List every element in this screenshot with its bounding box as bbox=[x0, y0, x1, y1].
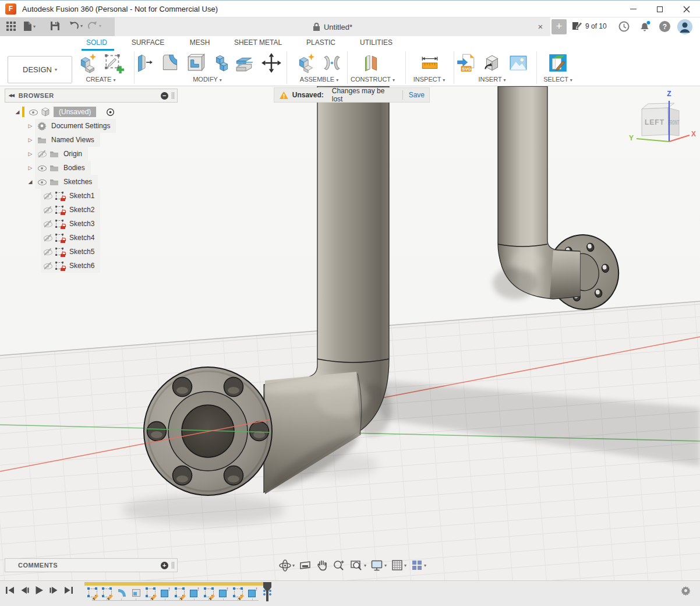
tab-close-button[interactable]: × bbox=[534, 20, 547, 33]
tree-row-chip[interactable]: Sketch3 bbox=[41, 217, 100, 231]
timeline-feature-item[interactable] bbox=[86, 587, 99, 598]
visibility-eye-icon[interactable] bbox=[43, 261, 52, 270]
timeline-feature-item[interactable] bbox=[246, 587, 259, 598]
tree-row-chip[interactable]: Sketches bbox=[35, 175, 98, 189]
timeline-position-marker[interactable] bbox=[262, 582, 273, 603]
fillet-button[interactable] bbox=[158, 51, 182, 75]
insert-mesh-button[interactable] bbox=[480, 51, 504, 75]
zoom-button[interactable] bbox=[333, 559, 346, 572]
play-button[interactable] bbox=[35, 586, 44, 595]
close-button[interactable] bbox=[673, 1, 700, 17]
file-menu-button[interactable]: ▾ bbox=[23, 21, 36, 31]
workspace-selector[interactable]: DESIGN ▾ bbox=[8, 56, 72, 83]
tree-row-chip[interactable]: Sketch2 bbox=[41, 203, 100, 217]
group-label-insert[interactable]: INSERT ▾ bbox=[457, 76, 527, 83]
timeline-feature-item[interactable] bbox=[174, 587, 186, 598]
visibility-eye-icon[interactable] bbox=[29, 107, 38, 117]
group-label-modify[interactable]: MODIFY ▾ bbox=[172, 76, 242, 83]
expander-icon[interactable]: ▷ bbox=[26, 121, 35, 131]
document-tab[interactable]: Untitled* × bbox=[115, 17, 550, 36]
undo-button[interactable]: ▾ bbox=[69, 21, 83, 30]
tree-row-chip[interactable]: Sketch4 bbox=[41, 231, 100, 245]
group-label-create[interactable]: CREATE ▾ bbox=[66, 76, 136, 83]
browser-tree-row[interactable]: ▷ bbox=[5, 119, 179, 133]
browser-panel-header[interactable]: ◀◀ BROWSER − bbox=[5, 89, 178, 103]
browser-tree-row[interactable]: Sketch1 bbox=[5, 189, 179, 203]
data-panel-button[interactable] bbox=[6, 21, 16, 31]
expander-icon[interactable]: ◢ bbox=[13, 107, 22, 117]
timeline-settings-gear-icon[interactable] bbox=[681, 586, 691, 596]
browser-tree-row[interactable]: Sketch5 bbox=[5, 245, 179, 259]
redo-button[interactable]: ▾ bbox=[87, 21, 101, 30]
tree-row-chip[interactable]: Origin bbox=[35, 147, 88, 161]
browser-tree-row[interactable]: ▷ bbox=[5, 161, 179, 175]
look-at-button[interactable] bbox=[299, 559, 312, 572]
minimize-button[interactable] bbox=[620, 1, 646, 17]
browser-tree-row[interactable]: ◢ bbox=[5, 175, 179, 189]
go-to-start-button[interactable] bbox=[6, 586, 15, 594]
browser-tree-row[interactable]: Sketch2 bbox=[5, 203, 179, 217]
timeline-feature-item[interactable] bbox=[101, 587, 114, 598]
tree-row-chip[interactable]: Named Views bbox=[35, 133, 100, 147]
shell-button[interactable] bbox=[184, 51, 207, 75]
expander-icon[interactable]: ◢ bbox=[26, 177, 35, 186]
save-button[interactable] bbox=[50, 21, 60, 31]
browser-tree-row[interactable]: Sketch6 bbox=[5, 259, 179, 273]
browser-tree-row[interactable]: Sketch3 bbox=[5, 217, 179, 231]
account-avatar[interactable] bbox=[677, 19, 692, 37]
timeline-feature-item[interactable] bbox=[144, 587, 157, 598]
visibility-eye-icon[interactable] bbox=[43, 205, 52, 214]
panel-collapse-button[interactable]: − bbox=[161, 92, 168, 100]
maximize-button[interactable] bbox=[646, 1, 673, 17]
create-sketch-button[interactable] bbox=[102, 51, 125, 75]
step-forward-button[interactable] bbox=[50, 586, 58, 594]
comments-panel-header[interactable]: COMMENTS + bbox=[5, 558, 178, 572]
timeline-feature-item[interactable] bbox=[159, 587, 172, 598]
step-back-button[interactable] bbox=[20, 586, 29, 594]
notifications-button[interactable] bbox=[638, 20, 651, 35]
pan-button[interactable] bbox=[316, 559, 328, 572]
fit-button[interactable]: ▾ bbox=[350, 559, 366, 572]
tree-row-chip[interactable]: Sketch1 bbox=[41, 189, 100, 203]
timeline-feature-item[interactable] bbox=[203, 587, 215, 598]
tree-row-chip[interactable]: Document Settings bbox=[35, 119, 116, 133]
group-label-inspect[interactable]: INSPECT ▾ bbox=[394, 76, 464, 83]
browser-tree-row[interactable]: ▷ bbox=[5, 147, 179, 161]
measure-button[interactable] bbox=[418, 51, 441, 75]
timeline-feature-item[interactable] bbox=[130, 587, 143, 598]
viewports-button[interactable]: ▾ bbox=[411, 559, 426, 572]
expander-icon[interactable]: ▷ bbox=[26, 163, 35, 172]
group-label-select[interactable]: SELECT ▾ bbox=[523, 76, 593, 83]
add-comment-button[interactable]: + bbox=[161, 562, 168, 569]
tab-mesh[interactable]: MESH bbox=[171, 38, 229, 47]
panel-grip[interactable] bbox=[172, 92, 174, 99]
browser-tree-row[interactable]: ▷ bbox=[5, 133, 179, 147]
tab-solid[interactable]: SOLID bbox=[68, 38, 126, 47]
browser-tree-row[interactable]: ◢ bbox=[5, 105, 179, 119]
panel-grip[interactable] bbox=[172, 562, 174, 569]
combine-button[interactable] bbox=[210, 51, 234, 75]
insert-svg-button[interactable]: SVG bbox=[454, 51, 478, 75]
collapse-panel-icon[interactable]: ◀◀ bbox=[9, 93, 14, 98]
visibility-eye-icon[interactable] bbox=[43, 219, 52, 228]
press-pull-button[interactable] bbox=[132, 51, 155, 75]
job-status-button[interactable]: 9 of 10 bbox=[572, 21, 607, 31]
browser-tree-row[interactable]: Sketch4 bbox=[5, 231, 179, 245]
save-link[interactable]: Save bbox=[409, 91, 425, 99]
timeline-feature-item[interactable] bbox=[217, 587, 230, 598]
tree-row-chip[interactable]: (Unsaved) bbox=[26, 105, 102, 119]
orbit-button[interactable]: ▾ bbox=[278, 559, 295, 572]
activate-radio-icon[interactable] bbox=[106, 108, 115, 117]
visibility-eye-icon[interactable] bbox=[43, 233, 52, 242]
new-component-button[interactable] bbox=[295, 51, 318, 75]
tab-plastic[interactable]: PLASTIC bbox=[292, 38, 350, 47]
new-tab-button[interactable]: + bbox=[551, 19, 567, 34]
select-button[interactable] bbox=[546, 51, 570, 75]
tree-row-chip[interactable]: Sketch5 bbox=[41, 245, 100, 259]
timeline-feature-item[interactable] bbox=[115, 587, 128, 598]
visibility-eye-icon[interactable] bbox=[37, 149, 47, 158]
expander-icon[interactable]: ▷ bbox=[26, 135, 35, 145]
move-button[interactable] bbox=[260, 51, 283, 75]
joint-button[interactable] bbox=[320, 51, 344, 75]
visibility-eye-icon[interactable] bbox=[43, 247, 52, 256]
